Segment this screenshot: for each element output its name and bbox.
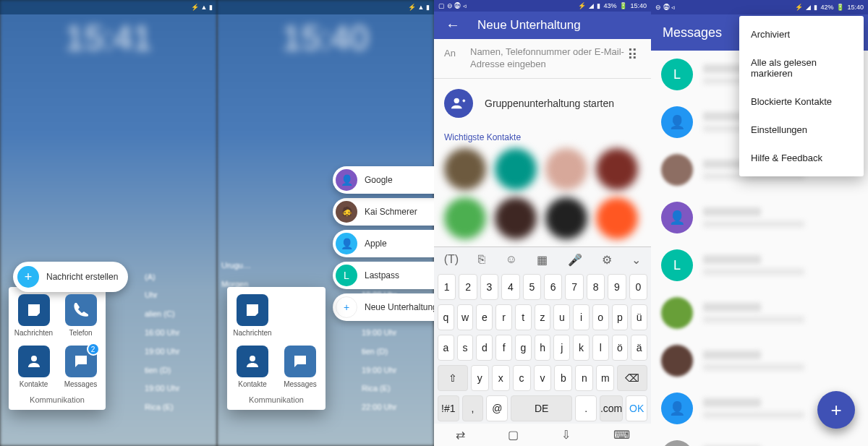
chevron-down-icon[interactable]: ⌄ xyxy=(626,250,647,270)
battery-icon: 🔋 xyxy=(619,2,627,9)
mic-icon[interactable]: 🎤 xyxy=(562,250,588,270)
key-backspace[interactable]: ⌫ xyxy=(617,365,647,391)
key-5[interactable]: 5 xyxy=(523,274,541,300)
shortcut-lastpass[interactable]: L Lastpass xyxy=(333,262,434,289)
key-l[interactable]: l xyxy=(592,335,609,361)
key-a[interactable]: a xyxy=(438,335,454,361)
key-t[interactable]: t xyxy=(515,304,532,330)
key-7[interactable]: 7 xyxy=(565,274,583,300)
contact-avatar[interactable] xyxy=(545,148,587,190)
shortcut-google[interactable]: 👤 Google xyxy=(333,166,434,194)
gif-icon[interactable]: ▦ xyxy=(531,250,553,270)
key-f[interactable]: f xyxy=(495,335,512,361)
menu-blocked-contacts[interactable]: Blockierte Kontakte xyxy=(739,87,864,116)
nav-recent-icon[interactable]: ⇄ xyxy=(456,428,465,442)
shortcut-kai-schmerer[interactable]: 🧔 Kai Schmerer xyxy=(333,198,434,226)
to-label: An xyxy=(444,46,470,59)
gear-icon[interactable]: ⚙ xyxy=(596,250,618,270)
contact-avatar[interactable] xyxy=(596,148,638,190)
key-s[interactable]: s xyxy=(457,335,474,361)
key-at[interactable]: @ xyxy=(486,395,508,421)
menu-help-feedback[interactable]: Hilfe & Feedback xyxy=(739,144,864,172)
key-comma[interactable]: , xyxy=(462,395,484,421)
key-x[interactable]: x xyxy=(492,365,510,391)
kb-tool-button[interactable]: (T) xyxy=(438,250,464,269)
contact-avatar[interactable] xyxy=(444,148,486,190)
kb-tool-button[interactable]: ⎘ xyxy=(472,250,491,269)
conversation-row[interactable] xyxy=(651,337,868,385)
key-g[interactable]: g xyxy=(515,335,532,361)
contact-avatar[interactable] xyxy=(495,197,537,239)
key-1[interactable]: 1 xyxy=(438,274,456,300)
contact-avatar[interactable] xyxy=(545,197,587,239)
shortcut-apple[interactable]: 👤 Apple xyxy=(333,230,434,257)
app-kontakte[interactable]: Kontakte xyxy=(230,343,275,391)
key-4[interactable]: 4 xyxy=(501,274,519,300)
compose-shortcut[interactable]: + Nachricht erstellen xyxy=(13,262,128,292)
key-w[interactable]: w xyxy=(457,304,474,330)
key-shift[interactable]: ⇧ xyxy=(438,365,468,391)
key-ä[interactable]: ä xyxy=(631,335,647,361)
key-v[interactable]: v xyxy=(534,365,552,391)
menu-mark-all-read[interactable]: Alle als gelesen markieren xyxy=(739,48,864,87)
key-p[interactable]: p xyxy=(612,304,629,330)
recipient-input[interactable]: Namen, Telefonnummer oder E-Mail-Adresse… xyxy=(470,46,624,71)
key-ö[interactable]: ö xyxy=(612,335,629,361)
key-dotcom[interactable]: .com xyxy=(600,395,623,421)
key-d[interactable]: d xyxy=(476,335,493,361)
key-e[interactable]: e xyxy=(476,304,493,330)
avatar: 👤 xyxy=(661,106,693,138)
key-9[interactable]: 9 xyxy=(608,274,626,300)
key-r[interactable]: r xyxy=(495,304,512,330)
contact-avatar[interactable] xyxy=(495,148,537,190)
contact-avatar[interactable] xyxy=(596,197,638,239)
contact-avatar[interactable] xyxy=(444,197,486,239)
key-y[interactable]: y xyxy=(471,365,489,391)
start-group-row[interactable]: Gruppenunterhaltung starten xyxy=(434,79,651,128)
conversation-row[interactable] xyxy=(651,289,868,337)
app-kontakte[interactable]: Kontakte xyxy=(12,343,56,391)
key-ok[interactable]: OK xyxy=(626,395,647,421)
nav-hide-keyboard-icon[interactable]: ⌨ xyxy=(613,428,630,442)
menu-settings[interactable]: Einstellungen xyxy=(739,116,864,144)
key-3[interactable]: 3 xyxy=(480,274,498,300)
key-2[interactable]: 2 xyxy=(459,274,477,300)
app-nachrichten[interactable]: Nachrichten xyxy=(12,291,56,340)
back-button[interactable]: ← xyxy=(446,17,460,33)
key-j[interactable]: j xyxy=(553,335,570,361)
key-c[interactable]: c xyxy=(513,365,531,391)
key-i[interactable]: i xyxy=(573,304,590,330)
key-u[interactable]: u xyxy=(553,304,570,330)
app-messages[interactable]: Messages xyxy=(278,343,323,391)
key-k[interactable]: k xyxy=(573,335,590,361)
app-telefon[interactable]: Telefon xyxy=(59,291,103,340)
sticker-icon[interactable]: ☺ xyxy=(500,250,523,269)
key-ü[interactable]: ü xyxy=(631,304,647,330)
nav-home-icon[interactable]: ▢ xyxy=(508,428,519,442)
app-messages[interactable]: 2 Messages xyxy=(59,343,103,391)
key-space[interactable]: DE xyxy=(511,395,572,421)
key-q[interactable]: q xyxy=(438,304,454,330)
menu-archived[interactable]: Archiviert xyxy=(739,20,864,48)
key-6[interactable]: 6 xyxy=(544,274,562,300)
app-folder: + Nachricht erstellen Nachrichten Telefo… xyxy=(9,287,106,410)
nav-back-icon[interactable]: ⇩ xyxy=(561,428,571,442)
key-z[interactable]: z xyxy=(535,304,551,330)
key-h[interactable]: h xyxy=(535,335,551,361)
compose-fab[interactable]: + xyxy=(817,391,855,429)
dialpad-icon[interactable]: ⠿ xyxy=(624,46,641,64)
conversation-row[interactable]: 👤 xyxy=(651,194,868,241)
key-b[interactable]: b xyxy=(554,365,572,391)
conversation-row[interactable]: L xyxy=(651,241,868,289)
conversation-row[interactable]: 👤 xyxy=(651,432,868,446)
key-o[interactable]: o xyxy=(592,304,609,330)
key-symbols[interactable]: !#1 xyxy=(438,395,459,421)
key-8[interactable]: 8 xyxy=(587,274,605,300)
key-n[interactable]: n xyxy=(575,365,593,391)
panel-new-conversation: ▢ ⊖ ⓸ ◃ ⚡ ◢ ▮ 43% 🔋 15:40 ← Neue Unterha… xyxy=(434,0,651,446)
key-m[interactable]: m xyxy=(596,365,614,391)
recipient-row: An Namen, Telefonnummer oder E-Mail-Adre… xyxy=(434,39,651,79)
key-period[interactable]: . xyxy=(575,395,597,421)
app-nachrichten[interactable]: Nachrichten xyxy=(230,291,275,340)
key-0[interactable]: 0 xyxy=(629,274,647,300)
